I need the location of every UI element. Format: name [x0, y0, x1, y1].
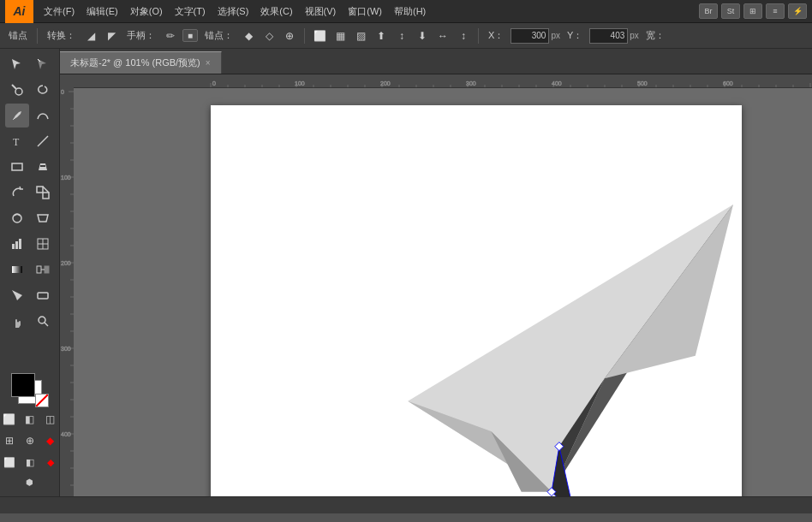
svg-text:400: 400 — [552, 80, 562, 86]
warp-tool[interactable] — [5, 206, 29, 230]
svg-text:400: 400 — [61, 431, 71, 437]
svg-text:600: 600 — [723, 80, 733, 86]
align-top[interactable]: ⬆ — [373, 27, 390, 44]
menu-edit[interactable]: 编辑(E) — [81, 3, 123, 20]
menu-help[interactable]: 帮助(H) — [389, 3, 431, 20]
blend-tool[interactable] — [31, 258, 55, 282]
full-mode-icon[interactable]: ◫ — [41, 410, 60, 429]
tool-row-11 — [2, 309, 57, 333]
x-input[interactable] — [510, 28, 549, 44]
select-tool[interactable] — [5, 52, 29, 76]
menu-window[interactable]: 窗口(W) — [343, 3, 387, 20]
no-color-swatch[interactable] — [35, 394, 49, 407]
anchor-tool-1[interactable]: ◆ — [240, 27, 257, 44]
svg-rect-7 — [43, 193, 49, 199]
type-tool[interactable]: T — [5, 129, 29, 153]
graph-tool[interactable] — [5, 232, 29, 256]
menu-effect[interactable]: 效果(C) — [255, 3, 297, 20]
svg-text:0: 0 — [61, 89, 64, 95]
ruler-horizontal: 0 100 200 — [74, 74, 812, 88]
curvature-tool[interactable] — [31, 104, 55, 128]
foreground-color-swatch[interactable] — [11, 373, 35, 397]
tool-row-4: T — [2, 129, 57, 153]
convert-icon-1[interactable]: ◢ — [82, 27, 99, 44]
eraser-tool[interactable] — [31, 283, 55, 307]
line-tool[interactable] — [31, 129, 55, 153]
bridge-icon[interactable]: Br — [699, 3, 718, 19]
svg-rect-11 — [12, 244, 15, 249]
align-left[interactable]: ⬜ — [311, 27, 328, 44]
bottom-icon-1[interactable]: ⬜ — [0, 453, 19, 472]
svg-line-1 — [12, 85, 16, 89]
bottom-icon-2[interactable]: ◧ — [21, 453, 39, 472]
tab-close-btn[interactable]: × — [206, 58, 211, 68]
align-center[interactable]: ▦ — [331, 27, 349, 44]
mesh-tool[interactable] — [31, 232, 55, 256]
menu-object[interactable]: 对象(O) — [125, 3, 168, 20]
svg-text:300: 300 — [466, 80, 476, 86]
handle-icon-1[interactable]: ✏ — [162, 27, 179, 44]
canvas-row: 0 100 200 — [60, 74, 812, 496]
anchor-tool-2[interactable]: ◇ — [260, 27, 278, 44]
canvas-wrapper[interactable]: 0 100 200 — [74, 74, 812, 496]
document-tab[interactable]: 未标题-2* @ 101% (RGB/预览) × — [60, 51, 222, 74]
svg-text:300: 300 — [61, 346, 71, 352]
y-label: Y： — [564, 29, 586, 42]
convert-icon-2[interactable]: ◤ — [103, 27, 120, 44]
bottom-icon-3[interactable]: ◆ — [41, 453, 60, 472]
title-bar-icons: Br St ⊞ ≡ ⚡ — [699, 3, 807, 19]
gradient-tool[interactable] — [5, 258, 29, 282]
svg-rect-4 — [12, 163, 22, 170]
pen-tool[interactable] — [5, 104, 29, 128]
lasso-tool[interactable] — [31, 78, 55, 102]
bottom-icons: ⊞ ⊕ ◆ — [0, 431, 60, 450]
align-right[interactable]: ▨ — [352, 27, 369, 44]
distrib-v[interactable]: ↕ — [455, 27, 472, 44]
share-icon[interactable]: ⚡ — [788, 3, 807, 19]
fullscreen-mode-icon[interactable]: ◧ — [21, 410, 39, 429]
direct-select-tool[interactable] — [31, 52, 55, 76]
hand-tool[interactable] — [5, 309, 29, 333]
handle-btn[interactable]: ■ — [182, 29, 198, 42]
anchor-tool-3[interactable]: ⊕ — [281, 27, 298, 44]
tool-row-7 — [2, 206, 57, 230]
zoom-tool[interactable] — [31, 309, 55, 333]
svg-rect-5 — [40, 165, 45, 167]
stock-icon[interactable]: St — [721, 3, 740, 19]
tool-row-1 — [2, 52, 57, 76]
distrib-h[interactable]: ↔ — [434, 27, 451, 44]
nav-icon-1[interactable]: ⬢ — [11, 474, 49, 489]
arrange-icon[interactable]: ≡ — [766, 3, 785, 19]
slice-tool[interactable] — [5, 283, 29, 307]
free-transform[interactable] — [31, 206, 55, 230]
x-label: X： — [485, 29, 507, 42]
rect-tool[interactable] — [5, 155, 29, 179]
svg-point-0 — [15, 88, 22, 95]
grid-icon[interactable]: ⊞ — [743, 3, 762, 19]
normal-mode-icon[interactable]: ⬜ — [0, 410, 19, 429]
rotate-tool[interactable] — [5, 181, 29, 205]
scale-tool[interactable] — [31, 181, 55, 205]
main-area: T — [0, 49, 812, 496]
align-middle[interactable]: ↕ — [393, 27, 410, 44]
tool-row-5 — [2, 155, 57, 179]
toggle-grid-icon[interactable]: ⊞ — [0, 431, 19, 450]
view-mode-icons: ⬜ ◧ ◫ — [0, 410, 60, 429]
toggle-3-icon[interactable]: ◆ — [41, 431, 60, 450]
toggle-view-icon[interactable]: ⊕ — [21, 431, 39, 450]
align-bottom[interactable]: ⬇ — [414, 27, 431, 44]
tool-row-10 — [2, 283, 57, 307]
svg-rect-18 — [37, 266, 41, 273]
y-input[interactable] — [589, 28, 628, 44]
svg-text:100: 100 — [61, 175, 71, 181]
menu-file[interactable]: 文件(F) — [39, 3, 80, 20]
tab-title: 未标题-2* @ 101% (RGB/预览) — [70, 56, 200, 69]
svg-text:500: 500 — [637, 80, 648, 86]
magic-wand-tool[interactable] — [5, 78, 29, 102]
color-swatches[interactable] — [11, 373, 49, 407]
paper-plane-svg — [279, 131, 733, 496]
menu-view[interactable]: 视图(V) — [300, 3, 342, 20]
menu-select[interactable]: 选择(S) — [212, 3, 254, 20]
menu-text[interactable]: 文字(T) — [170, 3, 211, 20]
paintbucket-tool[interactable] — [31, 155, 55, 179]
